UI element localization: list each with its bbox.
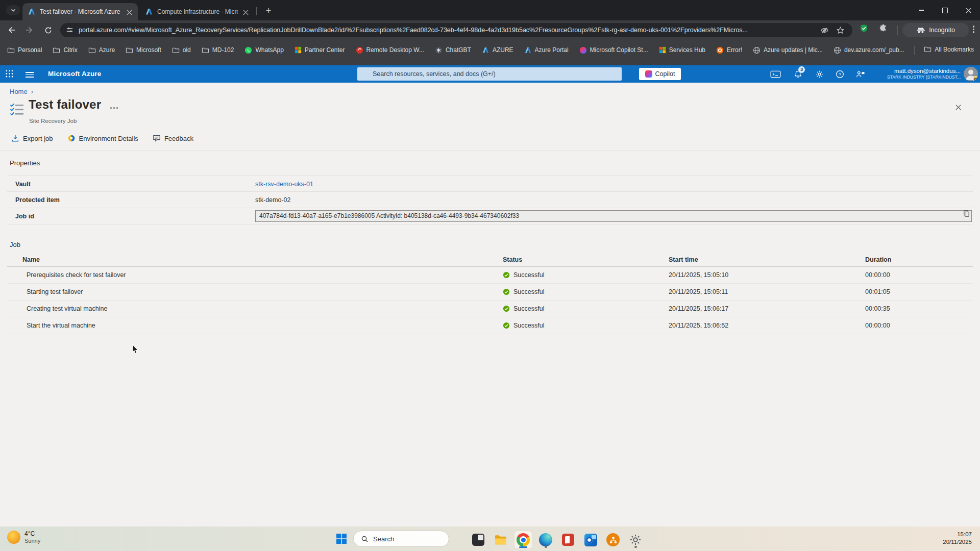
window-close-button[interactable]: [957, 0, 980, 20]
taskbar-chrome[interactable]: [514, 531, 532, 549]
azure-brand[interactable]: Microsoft Azure: [48, 70, 102, 78]
table-row[interactable]: Start the virtual machine Successful 20/…: [7, 317, 973, 334]
table-row[interactable]: Prerequisites check for test failover Su…: [7, 267, 973, 284]
feedback-command-button[interactable]: Feedback: [153, 134, 193, 142]
status-badge: Successful: [513, 284, 544, 300]
extensions-puzzle-icon[interactable]: [879, 24, 888, 33]
browser-menu-button[interactable]: [973, 24, 975, 34]
taskbar-search[interactable]: Search: [353, 531, 449, 547]
incognito-badge: Incognito: [902, 23, 969, 37]
mouse-cursor: [132, 344, 139, 355]
taskbar-settings[interactable]: [626, 531, 645, 549]
notifications-button[interactable]: 3: [791, 69, 804, 79]
cloud-shell-button[interactable]: [769, 69, 782, 79]
folder-icon: [924, 45, 932, 53]
environment-details-button[interactable]: Environment Details: [67, 134, 138, 142]
waffle-menu-icon[interactable]: [5, 69, 14, 78]
copilot-button[interactable]: Copilot: [639, 68, 681, 80]
window-minimize-button[interactable]: [910, 0, 933, 20]
bookmark-services-hub[interactable]: Services Hub: [659, 46, 705, 54]
property-row-vault: Vault stk-rsv-demo-uks-01: [7, 176, 973, 192]
copy-icon[interactable]: [963, 210, 970, 217]
bookmark-star-icon[interactable]: [836, 26, 845, 35]
taskbar-app-snip[interactable]: [469, 531, 487, 549]
property-label: Protected item: [15, 192, 60, 208]
adblock-shield-extension-icon[interactable]: [860, 24, 868, 33]
taskbar-outlook[interactable]: [581, 531, 600, 549]
duration: 00:00:00: [865, 267, 890, 283]
bookmark-chatgbt[interactable]: ChatGBT: [435, 46, 471, 54]
window-maximize-button[interactable]: [933, 0, 957, 20]
bookmark-folder[interactable]: old: [172, 46, 191, 54]
help-button[interactable]: ?: [833, 69, 846, 79]
bookmark-azure-portal[interactable]: Azure Portal: [524, 46, 569, 54]
remote-desktop-icon: [356, 46, 363, 54]
avatar[interactable]: [964, 67, 978, 81]
export-download-icon: [11, 134, 19, 142]
job-id-field[interactable]: 407a784d-fd13-40a7-a165-e7b1e3986005 Act…: [255, 210, 972, 222]
taskbar-network-app[interactable]: [604, 531, 622, 549]
bookmark-dev-azure[interactable]: dev.azure.com/_pub...: [834, 46, 904, 54]
column-duration: Duration: [865, 253, 891, 266]
tab-close-icon[interactable]: [125, 8, 133, 16]
bookmark-folder[interactable]: Microsoft: [126, 46, 161, 54]
chevron-down-icon: [10, 7, 16, 13]
help-icon: ?: [836, 70, 844, 79]
browser-tab-active[interactable]: Test failover - Microsoft Azure: [22, 3, 138, 20]
table-row[interactable]: Creating test virtual machine Successful…: [7, 300, 973, 317]
taskbar-weather-widget[interactable]: 4°C Sunny: [7, 530, 40, 544]
microsoft-icon: [295, 46, 302, 54]
export-job-button[interactable]: Export job: [11, 134, 53, 142]
windows-logo-icon: [336, 533, 347, 544]
bookmark-folder[interactable]: Citrix: [53, 46, 77, 54]
tab-close-icon[interactable]: [241, 8, 249, 16]
back-button[interactable]: [4, 23, 18, 37]
error-badge-icon: [716, 46, 724, 54]
search-icon: [361, 535, 369, 543]
bookmark-folder[interactable]: Personal: [7, 46, 42, 54]
property-row-job-id: Job id 407a784d-fd13-40a7-a165-e7b1e3986…: [7, 208, 973, 224]
blade-close-button[interactable]: [955, 104, 962, 113]
vault-link[interactable]: stk-rsv-demo-uks-01: [255, 176, 313, 192]
bookmark-folder[interactable]: Azure: [88, 46, 115, 54]
taskbar-file-explorer[interactable]: [492, 531, 510, 549]
bookmark-partner-center[interactable]: Partner Center: [295, 46, 345, 54]
bookmark-azure[interactable]: AZURE: [482, 46, 513, 54]
all-bookmarks-button[interactable]: All Bookmarks: [924, 45, 974, 53]
bookmark-azure-updates[interactable]: Azure updates | Mic...: [753, 46, 823, 54]
account-menu[interactable]: matt.dyson@starkindus... STARK INDUSTRY …: [887, 67, 961, 80]
hamburger-menu-icon[interactable]: [26, 70, 34, 79]
breadcrumb-home-link[interactable]: Home: [10, 88, 28, 95]
back-arrow-icon: [7, 26, 16, 35]
svg-text:?: ?: [839, 71, 841, 77]
more-actions-button[interactable]: [110, 107, 118, 109]
bookmark-remote-desktop[interactable]: Remote Desktop W...: [356, 46, 424, 54]
window-controls: [910, 0, 980, 20]
bookmark-error[interactable]: Error!: [716, 46, 742, 54]
new-tab-button[interactable]: +: [262, 5, 275, 17]
reload-button[interactable]: [41, 23, 55, 37]
address-bar[interactable]: portal.azure.com/#view/Microsoft_Azure_R…: [60, 23, 852, 37]
step-name: Starting test failover: [27, 284, 83, 300]
table-row[interactable]: Starting test failover Successful 20/11/…: [7, 284, 973, 300]
job-heading: Job: [10, 241, 20, 248]
bookmark-copilot[interactable]: Microsoft Copilot St...: [579, 46, 648, 54]
bookmark-folder[interactable]: MD-102: [202, 46, 234, 54]
forward-button[interactable]: [22, 23, 37, 37]
feedback-button[interactable]: [853, 69, 867, 79]
taskbar-clock[interactable]: 15:07 20/11/2025: [943, 531, 972, 546]
eye-off-icon[interactable]: [820, 26, 829, 35]
azure-search-input[interactable]: [357, 67, 622, 81]
taskbar-red-app[interactable]: [559, 531, 577, 549]
lock-badge-icon: [973, 76, 978, 81]
taskbar-edge[interactable]: [536, 531, 555, 549]
start-button[interactable]: [336, 533, 347, 544]
folder-icon: [126, 46, 133, 54]
browser-tab-inactive[interactable]: Compute infrastructure - Micro: [140, 3, 254, 20]
tab-search-button[interactable]: [6, 5, 20, 15]
site-settings-tune-icon[interactable]: [66, 26, 74, 34]
bookmark-whatsapp[interactable]: WhatsApp: [244, 46, 283, 54]
properties-heading: Properties: [10, 159, 40, 167]
settings-button[interactable]: [813, 69, 826, 79]
azure-favicon-icon: [145, 8, 153, 16]
